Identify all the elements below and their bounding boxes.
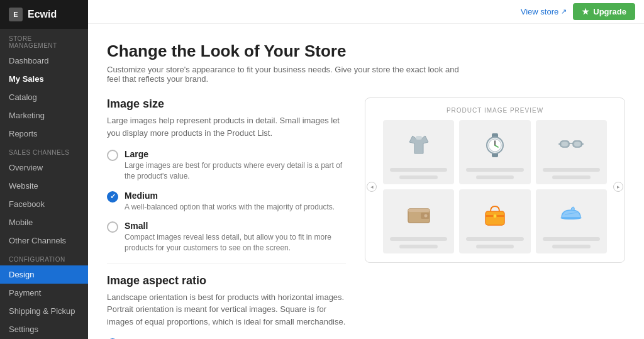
svg-rect-17 [486, 211, 504, 225]
preview-cell-tshirt [383, 120, 454, 184]
sidebar-item-other-channels[interactable]: Other Channels [0, 231, 88, 250]
preview-line-short [476, 245, 514, 248]
aspect-ratio-desc: Landscape orientation is best for produc… [107, 291, 346, 328]
radio-small-label: Small [125, 221, 346, 231]
radio-small-text: Small Compact images reveal less detail,… [125, 221, 346, 253]
radio-large-text: Large Large images are best for products… [125, 149, 346, 182]
svg-rect-0 [416, 136, 422, 140]
preview-img-wallet [400, 196, 438, 233]
ecwid-logo-icon: E [9, 8, 23, 21]
divider [107, 264, 346, 264]
radio-small-desc: Compact images reveal less detail, but a… [125, 232, 346, 253]
sidebar-logo: E Ecwid [0, 0, 88, 29]
preview-line [543, 168, 600, 172]
main-content: Change the Look of Your Store Customize … [88, 24, 644, 339]
svg-rect-16 [408, 209, 430, 212]
configuration-label: Configuration [0, 250, 88, 265]
radio-large-desc: Large images are best for products where… [125, 160, 346, 182]
view-store-label: View store [521, 7, 558, 16]
preview-img-bag [476, 196, 514, 233]
page-subtitle: Customize your store's appearance to fit… [107, 65, 459, 84]
preview-line [390, 237, 447, 241]
top-bar: View store ↗ ★ Upgrade [88, 0, 644, 24]
svg-point-11 [562, 142, 568, 147]
radio-medium-text: Medium A well-balanced option that works… [125, 191, 346, 213]
svg-point-19 [493, 214, 496, 218]
preview-nav-left-icon[interactable]: ◂ [367, 182, 377, 192]
star-icon: ★ [582, 7, 589, 16]
page-title: Change the Look of Your Store [107, 42, 625, 61]
preview-cell-sunglasses [536, 120, 607, 184]
image-size-title: Image size [107, 97, 346, 111]
image-size-desc: Large images help represent products in … [107, 114, 346, 139]
preview-grid [383, 120, 607, 253]
svg-point-15 [424, 214, 427, 218]
preview-img-sunglasses [552, 126, 590, 164]
sidebar-item-catalog[interactable]: Catalog [0, 88, 88, 106]
store-management-label: Store management [0, 29, 88, 52]
page-wrapper: View store ↗ ★ Upgrade Change the Look o… [88, 0, 644, 339]
preview-grid-wrapper: ◂ ▸ [374, 120, 616, 253]
preview-line-short [399, 175, 438, 179]
svg-point-12 [574, 142, 580, 147]
radio-option-medium[interactable]: Medium A well-balanced option that works… [107, 191, 346, 213]
preview-line-short [552, 175, 591, 179]
content-right: PRODUCT IMAGE PREVIEW [365, 97, 625, 339]
radio-large-circle[interactable] [107, 150, 118, 161]
external-link-icon: ↗ [561, 8, 567, 16]
sidebar-item-payment[interactable]: Payment [0, 284, 88, 302]
upgrade-label: Upgrade [593, 7, 626, 16]
sidebar-item-dashboard[interactable]: Dashboard [0, 52, 88, 70]
preview-img-watch [476, 126, 514, 164]
content-columns: Image size Large images help represent p… [107, 97, 625, 339]
radio-option-small[interactable]: Small Compact images reveal less detail,… [107, 221, 346, 253]
preview-img-tshirt [400, 126, 438, 164]
radio-large-label: Large [125, 149, 346, 159]
sidebar-item-website[interactable]: Website [0, 177, 88, 195]
sidebar-item-settings[interactable]: Settings [0, 320, 88, 338]
preview-line [466, 168, 523, 172]
preview-line-short [476, 175, 514, 179]
preview-cell-watch [459, 120, 530, 184]
preview-line [466, 237, 523, 241]
radio-medium-label: Medium [125, 191, 346, 201]
logo-text: Ecwid [28, 9, 57, 20]
preview-nav-right-icon[interactable]: ▸ [613, 182, 623, 192]
upgrade-button[interactable]: ★ Upgrade [573, 3, 635, 20]
sidebar-item-facebook[interactable]: Facebook [0, 195, 88, 213]
sidebar-item-marketing[interactable]: Marketing [0, 106, 88, 125]
sidebar-item-my-sales[interactable]: My Sales [0, 70, 88, 88]
sidebar-item-design[interactable]: Design [0, 265, 88, 284]
product-image-preview: PRODUCT IMAGE PREVIEW [365, 97, 625, 263]
preview-cell-wallet [383, 189, 454, 253]
radio-small-circle[interactable] [107, 221, 118, 233]
preview-cell-cap [536, 189, 607, 253]
preview-img-cap [552, 196, 590, 233]
sidebar: E Ecwid Store management Dashboard My Sa… [0, 0, 88, 339]
content-left: Image size Large images help represent p… [107, 97, 346, 339]
preview-label: PRODUCT IMAGE PREVIEW [374, 107, 616, 114]
radio-option-large[interactable]: Large Large images are best for products… [107, 149, 346, 182]
preview-line [543, 237, 600, 241]
preview-line-short [552, 245, 591, 248]
sidebar-item-overview[interactable]: Overview [0, 158, 88, 177]
radio-medium-circle[interactable] [107, 191, 118, 203]
view-store-link[interactable]: View store ↗ [521, 7, 567, 16]
preview-cell-bag [459, 189, 530, 253]
sidebar-item-reports[interactable]: Reports [0, 125, 88, 143]
radio-medium-desc: A well-balanced option that works with t… [125, 202, 346, 213]
aspect-ratio-title: Image aspect ratio [107, 274, 346, 287]
preview-line-short [399, 245, 438, 248]
sidebar-item-shipping[interactable]: Shipping & Pickup [0, 302, 88, 320]
preview-line [390, 168, 447, 172]
sidebar-item-mobile[interactable]: Mobile [0, 213, 88, 231]
sales-channels-label: Sales channels [0, 143, 88, 158]
